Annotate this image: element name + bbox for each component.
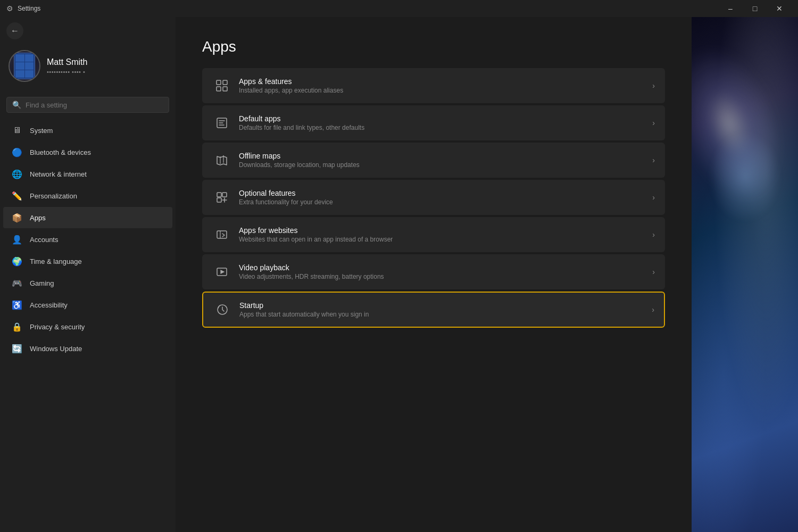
svg-rect-0 (217, 80, 221, 85)
sidebar-label-update: Windows Update (30, 345, 82, 353)
user-info: Matt Smith •••••••••• •••• • (47, 57, 87, 75)
startup-title: Startup (239, 301, 652, 310)
accessibility-icon: ♿ (12, 300, 22, 310)
close-button[interactable]: ✕ (767, 0, 792, 17)
sidebar-item-accessibility[interactable]: ♿ Accessibility (3, 294, 172, 315)
startup-chevron: › (652, 305, 654, 314)
sidebar-item-accounts[interactable]: 👤 Accounts (3, 229, 172, 250)
sidebar-label-accounts: Accounts (30, 236, 58, 244)
settings-item-offline-maps[interactable]: Offline maps Downloads, storage location… (202, 143, 665, 178)
offline-maps-chevron: › (652, 156, 655, 164)
offline-maps-icon (212, 151, 231, 170)
sidebar-label-apps: Apps (30, 214, 46, 222)
apps-features-title: Apps & features (239, 77, 652, 86)
optional-features-chevron: › (652, 193, 655, 202)
startup-desc: Apps that start automatically when you s… (239, 311, 652, 318)
svg-rect-6 (222, 193, 227, 197)
sidebar-label-accessibility: Accessibility (30, 301, 68, 309)
settings-icon: ⚙ (6, 4, 13, 13)
gaming-icon: 🎮 (12, 278, 22, 288)
settings-item-optional-features[interactable]: Optional features Extra functionality fo… (202, 180, 665, 215)
settings-item-video-playback[interactable]: Video playback Video adjustments, HDR st… (202, 254, 665, 289)
optional-features-desc: Extra functionality for your device (239, 198, 652, 206)
offline-maps-title: Offline maps (239, 152, 652, 160)
apps-features-text: Apps & features Installed apps, app exec… (239, 77, 652, 94)
main-content: Apps Apps & features Installed apps, app… (176, 17, 692, 532)
settings-item-apps-websites[interactable]: Apps for websites Websites that can open… (202, 217, 665, 252)
sidebar-item-personalization[interactable]: ✏️ Personalization (3, 185, 172, 206)
network-icon: 🌐 (12, 169, 22, 179)
sidebar-label-time: Time & language (30, 257, 82, 265)
titlebar-controls: – □ ✕ (718, 0, 792, 17)
sidebar-item-network[interactable]: 🌐 Network & internet (3, 163, 172, 185)
sidebar-item-apps[interactable]: 📦 Apps (3, 207, 172, 228)
video-playback-desc: Video adjustments, HDR streaming, batter… (239, 273, 652, 280)
avatar-image (10, 51, 39, 81)
svg-rect-2 (217, 87, 221, 91)
sidebar-item-bluetooth[interactable]: 🔵 Bluetooth & devices (3, 142, 172, 163)
apps-websites-chevron: › (652, 230, 655, 239)
back-icon: ← (11, 26, 19, 36)
svg-rect-8 (217, 231, 227, 238)
optional-features-title: Optional features (239, 189, 652, 197)
settings-item-startup[interactable]: Startup Apps that start automatically wh… (202, 292, 665, 328)
sidebar-item-system[interactable]: 🖥 System (3, 120, 172, 141)
personalization-icon: ✏️ (12, 190, 22, 201)
app-container: ← Matt Smith •••••••••• •••• (0, 17, 798, 532)
sidebar-item-gaming[interactable]: 🎮 Gaming (3, 272, 172, 294)
sidebar-item-update[interactable]: 🔄 Windows Update (3, 338, 172, 359)
default-apps-title: Default apps (239, 114, 652, 123)
search-icon: 🔍 (12, 101, 21, 109)
sidebar-label-system: System (30, 127, 53, 135)
sidebar-item-time[interactable]: 🌍 Time & language (3, 251, 172, 272)
default-apps-chevron: › (652, 119, 655, 127)
maximize-button[interactable]: □ (743, 0, 767, 17)
svg-rect-1 (223, 80, 227, 85)
update-icon: 🔄 (12, 343, 22, 354)
video-playback-chevron: › (652, 268, 655, 276)
apps-websites-title: Apps for websites (239, 226, 652, 235)
search-box: 🔍 (6, 97, 169, 113)
sidebar-label-privacy: Privacy & security (30, 323, 85, 331)
search-input[interactable] (26, 101, 163, 109)
startup-text: Startup Apps that start automatically wh… (239, 301, 652, 318)
apps-features-desc: Installed apps, app execution aliases (239, 87, 652, 94)
default-apps-desc: Defaults for file and link types, other … (239, 124, 652, 131)
settings-list: Apps & features Installed apps, app exec… (202, 68, 665, 328)
bluetooth-icon: 🔵 (12, 147, 22, 157)
system-icon: 🖥 (12, 125, 22, 136)
minimize-button[interactable]: – (718, 0, 743, 17)
optional-features-text: Optional features Extra functionality fo… (239, 189, 652, 206)
titlebar: ⚙ Settings – □ ✕ (0, 0, 798, 17)
startup-icon (213, 300, 232, 319)
back-button[interactable]: ← (6, 22, 23, 39)
user-email: •••••••••• •••• • (47, 69, 87, 75)
settings-item-default-apps[interactable]: Default apps Defaults for file and link … (202, 105, 665, 140)
sidebar-item-privacy[interactable]: 🔒 Privacy & security (3, 316, 172, 337)
avatar (9, 50, 40, 82)
tardis-icon (14, 53, 35, 79)
optional-features-icon (212, 188, 231, 207)
offline-maps-desc: Downloads, storage location, map updates (239, 161, 652, 169)
wallpaper-shape-2 (702, 123, 787, 230)
svg-rect-7 (217, 198, 221, 202)
titlebar-left: ⚙ Settings (6, 4, 40, 13)
apps-websites-text: Apps for websites Websites that can open… (239, 226, 652, 243)
user-profile[interactable]: Matt Smith •••••••••• •••• • (0, 39, 176, 93)
offline-maps-text: Offline maps Downloads, storage location… (239, 152, 652, 169)
sidebar-label-bluetooth: Bluetooth & devices (30, 148, 91, 156)
apps-features-chevron: › (652, 81, 655, 90)
default-apps-icon (212, 113, 231, 132)
video-playback-title: Video playback (239, 263, 652, 272)
titlebar-title: Settings (18, 5, 40, 12)
apps-websites-desc: Websites that can open in an app instead… (239, 236, 652, 243)
page-title: Apps (202, 38, 665, 55)
time-icon: 🌍 (12, 256, 22, 267)
apps-websites-icon (212, 225, 231, 244)
sidebar-label-network: Network & internet (30, 170, 87, 178)
sidebar: ← Matt Smith •••••••••• •••• (0, 17, 176, 532)
search-container: 🔍 (0, 93, 176, 119)
wallpaper (692, 17, 798, 532)
video-playback-text: Video playback Video adjustments, HDR st… (239, 263, 652, 280)
settings-item-apps-features[interactable]: Apps & features Installed apps, app exec… (202, 68, 665, 103)
